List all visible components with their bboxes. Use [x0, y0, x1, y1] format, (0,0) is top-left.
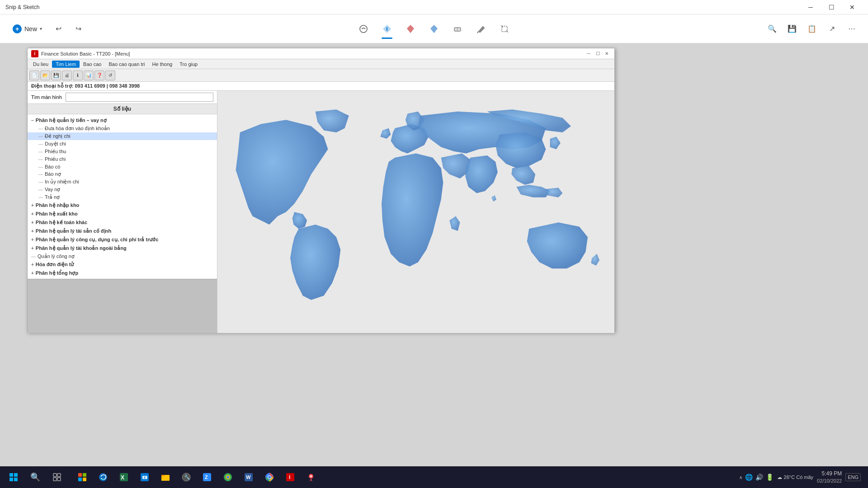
- tool-chart[interactable]: 📊: [84, 70, 94, 80]
- tool-refresh[interactable]: ↺: [105, 70, 115, 80]
- svg-text:🔧: 🔧: [184, 474, 190, 480]
- more-button[interactable]: ⋯: [843, 20, 861, 38]
- red-marker-tool[interactable]: [400, 18, 421, 40]
- taskbar: 🔍 X: [0, 466, 868, 488]
- redo-button[interactable]: ↪: [69, 20, 87, 38]
- group-xuat-kho[interactable]: + Phân hệ xuất kho: [28, 210, 217, 218]
- titlebar-controls: ─ ☐ ✕: [800, 0, 863, 14]
- item-vay-no[interactable]: Vay nợ: [28, 186, 217, 193]
- start-button[interactable]: [4, 467, 24, 487]
- taskbar-edge-app[interactable]: [93, 467, 113, 487]
- group-label-hoa-don-dien-tu[interactable]: + Hóa đơn điện tử: [28, 260, 217, 269]
- item-de-nghi-chi[interactable]: Đề nghị chi: [28, 132, 217, 140]
- zoom-in-button[interactable]: 🔍: [763, 20, 781, 38]
- blue-filter-tool[interactable]: [423, 18, 445, 40]
- maximize-button[interactable]: ☐: [821, 0, 842, 14]
- app-maximize-button[interactable]: ☐: [594, 50, 602, 58]
- network-icon[interactable]: 🌐: [745, 474, 753, 481]
- menu-bao-cao-quan-tri[interactable]: Bao cao quan tri: [105, 61, 148, 68]
- group-label-ke-toan-khac[interactable]: + Phân hệ kế toán khác: [28, 218, 217, 227]
- group-label-tai-khoan-ngoai[interactable]: + Phân hệ quản lý tài khoản ngoài bảng: [28, 244, 217, 253]
- save-button[interactable]: 💾: [783, 20, 801, 38]
- item-phieu-thu[interactable]: Phiếu thu: [28, 148, 217, 155]
- group-nhap-kho[interactable]: + Phân hệ nhập kho: [28, 201, 217, 210]
- minimize-button[interactable]: ─: [800, 0, 821, 14]
- battery-icon[interactable]: 🔋: [766, 474, 774, 481]
- menu-du-lieu[interactable]: Du lieu: [29, 61, 52, 68]
- taskbar-word-app[interactable]: W: [239, 467, 259, 487]
- tool-help[interactable]: ❓: [94, 70, 104, 80]
- tray-expand-icon[interactable]: ∧: [739, 475, 742, 480]
- item-in-uy-nhiem[interactable]: In ủy nhiệm chi: [28, 178, 217, 186]
- language-indicator[interactable]: ENG: [845, 473, 861, 481]
- taskbar-info-app[interactable]: i: [280, 467, 300, 487]
- pen-tool[interactable]: [470, 18, 492, 40]
- group-text-tai-san-co-dinh: Phân hệ quản lý tài sản cố định: [36, 228, 111, 234]
- item-bao-no[interactable]: Báo nợ: [28, 170, 217, 178]
- touch-write-tool[interactable]: [353, 18, 374, 40]
- crop-tool[interactable]: [494, 18, 515, 40]
- group-cong-cu[interactable]: + Phân hệ quản lý công cụ, dụng cụ, chi …: [28, 235, 217, 244]
- expand-icon-tong-hop: +: [31, 271, 34, 276]
- right-content: [217, 91, 614, 333]
- group-label-cong-cu[interactable]: + Phân hệ quản lý công cụ, dụng cụ, chi …: [28, 235, 217, 244]
- tool-print[interactable]: 🖨: [62, 70, 72, 80]
- taskbar-task-view-button[interactable]: [47, 467, 67, 487]
- app-minimize-button[interactable]: ─: [585, 50, 593, 58]
- svg-rect-22: [78, 478, 82, 481]
- taskbar-tools-app[interactable]: 🔧: [176, 467, 196, 487]
- close-button[interactable]: ✕: [842, 0, 863, 14]
- tool-open[interactable]: 📂: [40, 70, 50, 80]
- item-bao-co[interactable]: Báo có: [28, 163, 217, 170]
- group-hoa-don-dien-tu[interactable]: + Hóa đơn điện tử: [28, 260, 217, 269]
- taskbar-excel-app[interactable]: X: [114, 467, 134, 487]
- taskbar-outlook-app[interactable]: 📧: [135, 467, 155, 487]
- item-hoa-don[interactable]: Đưa hóa đơn vào định khoản: [28, 125, 217, 132]
- taskbar-zoom-app[interactable]: Z: [197, 467, 217, 487]
- taskbar-chrome-alt-app[interactable]: [218, 467, 238, 487]
- share-button[interactable]: ↗: [823, 20, 841, 38]
- group-tai-san-co-dinh[interactable]: + Phân hệ quản lý tài sản cố định: [28, 227, 217, 235]
- tool-save[interactable]: 💾: [51, 70, 61, 80]
- taskbar-maps-app[interactable]: [301, 467, 321, 487]
- taskbar-file-explorer-app[interactable]: [156, 467, 175, 487]
- menu-tro-giup[interactable]: Tro giup: [176, 61, 201, 68]
- group-tong-hop[interactable]: + Phân hệ tổng hợp: [28, 269, 217, 277]
- undo-button[interactable]: ↩: [49, 20, 67, 38]
- menu-bao-cao[interactable]: Bao cao: [80, 61, 105, 68]
- taskbar-apps: X 📧 🔧 Z: [72, 467, 321, 487]
- taskbar-store-app[interactable]: [72, 467, 92, 487]
- app-window: i Finance Solution Basic - TT200 - [Menu…: [27, 48, 615, 333]
- group-tai-khoan-ngoai[interactable]: + Phân hệ quản lý tài khoản ngoài bảng: [28, 244, 217, 253]
- taskbar-clock[interactable]: 5:49 PM 02/10/2022: [817, 470, 842, 484]
- app-titlebar-controls: ─ ☐ ✕: [585, 50, 611, 58]
- copy-button[interactable]: 📋: [803, 20, 821, 38]
- group-label-tong-hop[interactable]: + Phân hệ tổng hợp: [28, 269, 217, 277]
- app-close-button[interactable]: ✕: [603, 50, 611, 58]
- item-duyet-chi[interactable]: Duyệt chi: [28, 140, 217, 148]
- group-label-tai-san-co-dinh[interactable]: + Phân hệ quản lý tài sản cố định: [28, 227, 217, 235]
- eraser-tool[interactable]: [447, 18, 468, 40]
- group-text-quan-ly-tien: Phân hệ quản lý tiền – vay nợ: [36, 117, 107, 123]
- new-button[interactable]: + New ▾: [7, 22, 47, 36]
- item-quan-ly-cong-no[interactable]: Quản lý công nợ: [28, 253, 217, 260]
- taskbar-search-button[interactable]: 🔍: [25, 467, 45, 487]
- item-phieu-chi[interactable]: Phiếu chi: [28, 155, 217, 163]
- menu-tim-liem[interactable]: Tim Liem: [52, 61, 80, 68]
- taskbar-weather[interactable]: ☁ 26°C Có mây: [777, 474, 814, 480]
- group-label-nhap-kho[interactable]: + Phân hệ nhập kho: [28, 201, 217, 210]
- tool-info[interactable]: ℹ: [73, 70, 83, 80]
- tool-new[interactable]: 📄: [29, 70, 39, 80]
- group-ke-toan-khac[interactable]: + Phân hệ kế toán khác: [28, 218, 217, 227]
- menu-he-thong[interactable]: He thong: [149, 61, 176, 68]
- taskbar-chrome-app[interactable]: [259, 467, 279, 487]
- highlighter-tool[interactable]: [376, 18, 398, 40]
- item-tra-no[interactable]: Trả nợ: [28, 193, 217, 201]
- search-input[interactable]: [66, 93, 213, 102]
- search-bar: Tìm màn hình: [28, 91, 217, 104]
- group-label-xuat-kho[interactable]: + Phân hệ xuất kho: [28, 210, 217, 218]
- group-label-quan-ly-tien[interactable]: − Phân hệ quản lý tiền – vay nợ: [28, 116, 217, 125]
- volume-icon[interactable]: 🔊: [755, 474, 763, 481]
- expand-icon-tai-khoan-ngoai: +: [31, 246, 34, 251]
- group-quan-ly-tien[interactable]: − Phân hệ quản lý tiền – vay nợ Đưa hóa …: [28, 116, 217, 201]
